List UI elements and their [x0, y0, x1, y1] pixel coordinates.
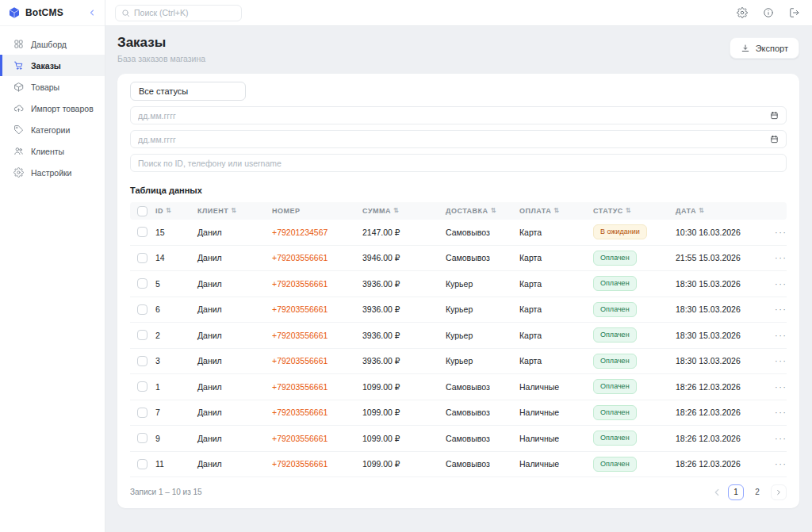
- sidebar-item-label: Товары: [31, 82, 59, 92]
- row-actions-button[interactable]: ···: [775, 459, 787, 469]
- row-actions-button[interactable]: ···: [775, 434, 787, 443]
- users-icon: [13, 146, 24, 156]
- date-to-input[interactable]: [138, 135, 770, 144]
- phone-link[interactable]: +79201234567: [272, 228, 362, 237]
- column-header[interactable]: ДОСТАВКА⇅: [446, 207, 519, 215]
- cell-client: Данил: [197, 304, 272, 314]
- row-checkbox[interactable]: [137, 408, 147, 418]
- page-subtitle: База заказов магазина: [117, 54, 205, 63]
- cell-date: 18:26 12.03.2026: [676, 459, 775, 469]
- cell-client: Данил: [197, 228, 272, 237]
- row-actions-button[interactable]: ···: [775, 382, 787, 392]
- cell-payment: Карта: [519, 356, 593, 366]
- row-checkbox[interactable]: [137, 304, 147, 315]
- sidebar-item-dashboard[interactable]: Дашборд: [0, 33, 105, 55]
- row-actions-button[interactable]: ···: [775, 331, 787, 340]
- cell-client: Данил: [197, 356, 272, 366]
- sidebar-item-label: Дашборд: [31, 40, 67, 49]
- row-checkbox[interactable]: [137, 381, 147, 392]
- status-badge: Оплачен: [593, 276, 637, 291]
- calendar-icon[interactable]: [770, 135, 779, 144]
- calendar-icon[interactable]: [770, 111, 779, 120]
- row-checkbox[interactable]: [137, 433, 147, 443]
- cell-sum: 3936.00 ₽: [362, 304, 446, 314]
- pagination-prev-icon[interactable]: [711, 487, 722, 498]
- row-checkbox[interactable]: [137, 330, 147, 340]
- cell-sum: 3946.00 ₽: [362, 253, 446, 262]
- cell-date: 21:55 15.03.2026: [676, 253, 775, 262]
- row-actions-button[interactable]: ···: [775, 356, 787, 366]
- row-actions-button[interactable]: ···: [775, 304, 787, 314]
- pagination-page-2[interactable]: 2: [749, 484, 765, 500]
- column-header[interactable]: ДАТА⇅: [676, 207, 775, 215]
- column-header[interactable]: ID⇅: [155, 207, 197, 215]
- column-header[interactable]: ОПЛАТА⇅: [519, 207, 593, 215]
- cell-date: 18:30 13.03.2026: [676, 356, 775, 366]
- sidebar-collapse-icon[interactable]: [87, 8, 97, 17]
- sidebar-item-products[interactable]: Товары: [0, 76, 105, 98]
- row-actions-button[interactable]: ···: [775, 253, 787, 262]
- global-search-input[interactable]: [134, 8, 236, 17]
- cell-client: Данил: [197, 279, 272, 289]
- table-search-input[interactable]: [138, 159, 779, 168]
- row-checkbox[interactable]: [137, 253, 147, 263]
- cell-payment: Наличные: [519, 382, 593, 392]
- cell-payment: Наличные: [519, 459, 593, 469]
- column-header: НОМЕР: [272, 207, 362, 215]
- table-search-field[interactable]: [130, 154, 787, 172]
- cell-date: 10:30 16.03.2026: [676, 228, 775, 237]
- row-checkbox[interactable]: [137, 459, 147, 469]
- date-from-field[interactable]: [130, 106, 787, 124]
- phone-link[interactable]: +79203556661: [272, 304, 362, 314]
- sidebar-item-label: Заказы: [31, 61, 61, 71]
- sidebar-item-clients[interactable]: Клиенты: [0, 140, 105, 162]
- settings-icon[interactable]: [737, 7, 748, 18]
- info-icon[interactable]: [763, 7, 774, 18]
- phone-link[interactable]: +79203556661: [272, 382, 362, 392]
- select-all-checkbox[interactable]: [137, 206, 147, 216]
- phone-link[interactable]: +79203556661: [272, 434, 362, 443]
- row-actions-button[interactable]: ···: [775, 408, 787, 417]
- phone-link[interactable]: +79203556661: [272, 279, 362, 289]
- column-header[interactable]: КЛИЕНТ⇅: [197, 207, 272, 215]
- sidebar-item-settings[interactable]: Настройки: [0, 162, 105, 183]
- column-header[interactable]: СТАТУС⇅: [593, 207, 676, 215]
- phone-link[interactable]: +79203556661: [272, 459, 362, 469]
- status-filter-select[interactable]: Все статусы: [130, 82, 246, 101]
- status-badge: Оплачен: [593, 354, 637, 369]
- cell-id: 7: [155, 408, 197, 417]
- phone-link[interactable]: +79203556661: [272, 356, 362, 366]
- main-content: Заказы База заказов магазина Экспорт Все…: [105, 26, 812, 532]
- row-checkbox[interactable]: [137, 356, 147, 366]
- column-header[interactable]: СУММА⇅: [362, 207, 446, 215]
- cell-date: 18:30 15.03.2026: [676, 304, 775, 314]
- pagination-page-1[interactable]: 1: [728, 484, 744, 500]
- cell-id: 11: [155, 459, 197, 469]
- row-checkbox[interactable]: [137, 278, 147, 289]
- chevron-right-icon: [775, 488, 783, 496]
- records-summary: Записи 1 – 10 из 15: [130, 488, 202, 496]
- global-search[interactable]: [115, 5, 242, 21]
- pagination-next-button[interactable]: [771, 484, 787, 500]
- cart-icon: [13, 60, 24, 71]
- table-body: 15 Данил +79201234567 2147.00 ₽ Самовыво…: [130, 220, 787, 477]
- row-checkbox[interactable]: [137, 227, 147, 237]
- phone-link[interactable]: +79203556661: [272, 253, 362, 262]
- phone-link[interactable]: +79203556661: [272, 331, 362, 340]
- cell-delivery: Самовывоз: [446, 408, 519, 417]
- phone-link[interactable]: +79203556661: [272, 408, 362, 417]
- date-from-input[interactable]: [138, 111, 770, 121]
- export-button[interactable]: Экспорт: [730, 37, 799, 59]
- sidebar-item-orders[interactable]: Заказы: [0, 55, 105, 76]
- pagination: 12: [711, 484, 787, 500]
- table-row: 7 Данил +79203556661 1099.00 ₽ Самовывоз…: [130, 400, 787, 427]
- row-actions-button[interactable]: ···: [775, 279, 787, 289]
- row-actions-button[interactable]: ···: [775, 228, 787, 237]
- date-to-field[interactable]: [130, 130, 787, 148]
- cell-id: 1: [155, 382, 197, 392]
- cell-id: 5: [155, 279, 197, 289]
- sidebar-item-import[interactable]: Импорт товаров: [0, 98, 105, 119]
- logout-icon[interactable]: [789, 7, 800, 18]
- sidebar-item-categories[interactable]: Категории: [0, 119, 105, 140]
- column-header-label: ДОСТАВКА: [446, 207, 488, 215]
